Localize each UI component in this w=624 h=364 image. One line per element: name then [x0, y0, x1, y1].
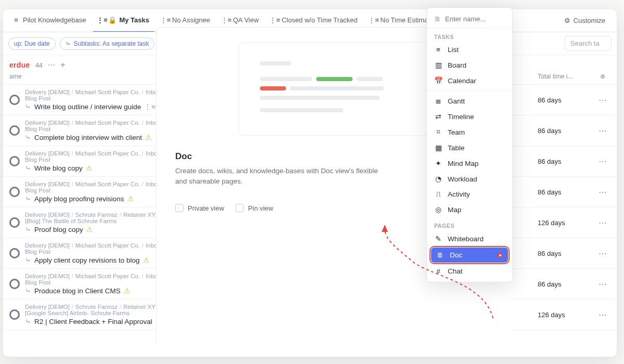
subtask-icon: ⤷ [25, 164, 31, 172]
task-total-time: 126 days [538, 311, 595, 319]
doc-panel-description: Create docs, wikis, and knowledge-bases … [175, 166, 383, 187]
task-more-button[interactable]: ⋯ [595, 310, 610, 320]
warning-icon: ⚠ [127, 194, 134, 203]
dd-item-activity[interactable]: ⎍Activity [427, 187, 512, 202]
subtask-icon: ⤷ [25, 317, 31, 326]
mindmap-icon: ✦ [434, 159, 443, 167]
task-more-button[interactable]: ⋯ [595, 249, 610, 258]
gantt-icon: ≣ [434, 97, 443, 105]
workload-icon: ◔ [434, 175, 443, 183]
warning-icon: ⚠ [124, 287, 131, 295]
status-circle[interactable] [9, 309, 20, 320]
status-circle[interactable] [9, 248, 20, 258]
dd-item-gantt[interactable]: ≣Gantt [427, 93, 512, 109]
task-row[interactable]: Delivery [DEMO]/Michael Scott Paper Co./… [3, 238, 617, 269]
doc-icon: 🗎 [436, 251, 445, 259]
dd-item-chat[interactable]: #Chat [427, 264, 512, 279]
status-circle[interactable] [9, 95, 20, 105]
dd-item-timeline[interactable]: ⇄Timeline [427, 109, 512, 124]
subtask-icon: ⤷ [25, 194, 31, 203]
timeline-icon: ⇄ [434, 112, 443, 121]
customize-label: Customize [574, 17, 605, 24]
task-more-button[interactable]: ⋯ [595, 279, 610, 289]
view-type-dropdown: 🗎 TASKS ≡List ▥Board 📅Calendar ≣Gantt ⇄T… [426, 7, 513, 282]
status-circle[interactable] [9, 279, 20, 289]
lock-icon: 🔒 [109, 17, 116, 24]
list-icon: ⋮≡ [144, 102, 155, 111]
task-row[interactable]: Delivery [DEMO]/Michael Scott Paper Co./… [3, 269, 617, 300]
dd-item-team[interactable]: ⌗Team [427, 124, 512, 140]
doc-icon: ≡ [12, 17, 20, 24]
task-total-time: 86 days [538, 96, 595, 104]
checkbox-icon [175, 204, 184, 212]
group-add-button[interactable]: + [60, 60, 65, 70]
task-total-time: 86 days [538, 127, 595, 135]
task-more-button[interactable]: ⋯ [595, 187, 610, 197]
group-count: 44 [35, 61, 43, 69]
board-icon: ▥ [434, 61, 443, 69]
status-circle[interactable] [9, 187, 20, 197]
dd-item-doc[interactable]: 🗎Doc [431, 248, 508, 263]
task-more-button[interactable]: ⋯ [595, 157, 610, 166]
add-column-button[interactable]: ⊕ [595, 73, 610, 80]
task-more-button[interactable]: ⋯ [595, 95, 610, 105]
task-total-time: 86 days [538, 250, 595, 257]
dropdown-section-tasks: TASKS [427, 29, 512, 42]
task-more-button[interactable]: ⋯ [595, 218, 610, 228]
dropdown-divider [427, 90, 512, 91]
annotation-marker [498, 253, 503, 258]
task-title: ⤷Produce blog in Client CMS⚠ [25, 287, 501, 295]
tab-my-tasks[interactable]: ⋮≡🔒My Tasks [93, 9, 154, 32]
private-view-checkbox[interactable]: Private view [175, 204, 224, 212]
task-total-time: 126 days [538, 219, 595, 227]
subtask-icon: ⤷ [66, 40, 71, 47]
search-input[interactable]: Search ta [565, 36, 612, 51]
team-icon: ⌗ [434, 128, 443, 136]
task-title: ⤷R2 | Client Feedback + Final Approval⚠ [25, 317, 501, 326]
whiteboard-icon: ✎ [434, 235, 443, 243]
warning-icon: ⚠ [155, 317, 162, 326]
tab-label: Pilot Knowledgebase [23, 16, 86, 24]
subtask-icon: ⤷ [25, 133, 31, 141]
status-circle[interactable] [9, 156, 20, 166]
status-circle[interactable] [9, 125, 20, 136]
view-name-input[interactable] [445, 15, 505, 23]
subtask-icon: ⤷ [25, 225, 31, 233]
warning-icon: ⚠ [86, 164, 93, 172]
pin-view-checkbox[interactable]: Pin view [236, 204, 273, 212]
subtasks-pill[interactable]: ⤷Subtasks: As separate task [60, 37, 155, 50]
list-icon: ⋮≡ [162, 17, 169, 24]
tab-label: My Tasks [119, 16, 149, 24]
task-total-time: 86 days [538, 158, 595, 165]
tab-label: Closed w/o Time Tracked [282, 16, 358, 24]
warning-icon: ⚠ [86, 225, 93, 233]
doc-preview-graphic [239, 42, 431, 136]
tab-pilot-knowledgebase[interactable]: ≡Pilot Knowledgebase [7, 9, 91, 32]
task-row[interactable]: Delivery [DEMO]/Schrute Farmsz/Retainer … [3, 300, 617, 330]
list-icon: ⋮≡ [370, 17, 378, 24]
dd-item-mindmap[interactable]: ✦Mind Map [427, 155, 512, 171]
dd-item-workload[interactable]: ◔Workload [427, 171, 512, 187]
activity-icon: ⎍ [434, 190, 443, 198]
gear-icon: ⚙ [564, 17, 570, 24]
dd-item-table[interactable]: ▦Table [427, 140, 512, 155]
tab-label: QA View [233, 16, 259, 24]
dd-item-map[interactable]: ◎Map [427, 202, 512, 217]
group-name: erdue [9, 61, 30, 69]
dd-item-whiteboard[interactable]: ✎Whiteboard [427, 231, 512, 246]
status-circle[interactable] [9, 217, 20, 228]
task-more-button[interactable]: ⋯ [595, 126, 610, 136]
group-by-pill[interactable]: up: Due date [8, 37, 56, 50]
warning-icon: ⚠ [145, 133, 152, 141]
group-more-button[interactable]: ⋯ [48, 61, 55, 69]
subtask-icon: ⤷ [25, 256, 31, 264]
map-icon: ◎ [434, 205, 443, 214]
dd-item-calendar[interactable]: 📅Calendar [427, 73, 512, 88]
customize-button[interactable]: ⚙Customize [557, 9, 613, 32]
dd-item-board[interactable]: ▥Board [427, 57, 512, 73]
tab-label: No Assignee [172, 16, 210, 24]
chat-icon: # [434, 267, 443, 275]
dd-item-list[interactable]: ≡List [427, 42, 512, 57]
warning-icon: ⚠ [143, 256, 150, 264]
col-total-time: Total time i... [538, 73, 595, 80]
